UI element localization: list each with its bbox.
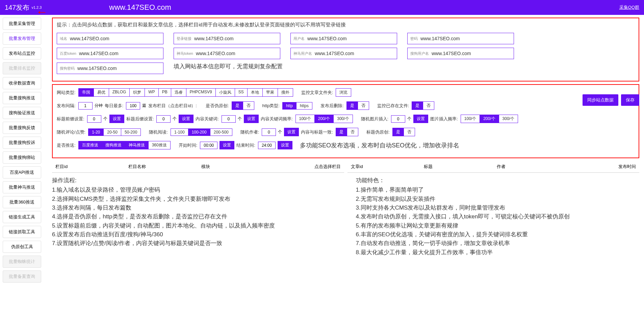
options-box: 网站类型: 帝国易优ZBLOG织梦WPPB迅睿PHPCMSV9小旋风SS本地苹果… <box>52 84 639 158</box>
field-1-3[interactable]: 搜狗用户名www.147SEO.com <box>407 48 514 59</box>
sidebar-item-8[interactable]: 批量搜狗投诉 <box>3 137 41 149</box>
sidebar-item-6[interactable]: 搜狗验证推送 <box>3 107 41 119</box>
delete-toggle[interactable]: 是否 <box>346 101 369 110</box>
feature-note: 多功能SEO发布选项，发布时自动SEO优化，增加收录排名 <box>300 141 459 149</box>
author-set[interactable]: 设置 <box>284 128 299 136</box>
img-freq[interactable]: 100/个200/个300/个 <box>461 115 518 123</box>
sidebar-item-15[interactable]: 伪原创工具 <box>3 241 41 253</box>
start-time[interactable] <box>200 142 217 149</box>
sidebar-item-12[interactable]: 批量360推送 <box>3 196 41 208</box>
title-fake-toggle[interactable]: 是否 <box>392 128 415 136</box>
action-buttons: 同步站点数据 保存 <box>583 94 639 106</box>
sidebar-item-14[interactable]: 链接抓取工具 <box>3 226 41 238</box>
hint-text: 提示：点击同步站点数据，获取栏目和最新文章信息，选择栏目id用于自动发布,未修改… <box>57 22 635 28</box>
daily-input[interactable] <box>126 102 140 110</box>
field-0-3[interactable]: 密码www.147SEO.com <box>407 33 514 44</box>
end-set[interactable]: 设置 <box>278 141 292 149</box>
sidebar-item-9[interactable]: 批量搜狗绑站 <box>3 151 41 164</box>
sidebar-item-3: 批量排名监控 <box>3 62 41 74</box>
field-2-0[interactable]: 搜狗密码www.147SEO.com <box>57 63 163 74</box>
comment-range[interactable]: 1-2020-5050-200 <box>88 128 141 136</box>
field-1-1[interactable]: 神马tokenwww.147SEO.com <box>174 48 280 59</box>
sidebar-item-7[interactable]: 批量搜狗反馈 <box>3 122 41 134</box>
sidebar-item-1[interactable]: 批量发布管理 <box>3 32 41 45</box>
main-content: ← 提示：点击同步站点数据，获取栏目和最新文章信息，选择栏目id用于自动发布,未… <box>44 15 644 288</box>
field-1-2[interactable]: 神马用户名www.147SEO.com <box>290 48 397 59</box>
sidebar: 批量采集管理批量发布管理发布站点监控批量排名监控收录数据查询批量搜狗推送搜狗验证… <box>0 15 44 288</box>
sidebar-item-13[interactable]: 链接生成工具 <box>3 211 41 223</box>
sidebar-item-10[interactable]: 百度API推送 <box>3 166 41 178</box>
sidebar-item-17: 批量备案查询 <box>3 270 41 283</box>
basic-info-box: 提示：点击同步站点数据，获取栏目和最新文章信息，选择栏目id用于自动发布,未修改… <box>52 18 639 81</box>
save-button[interactable]: 保存 <box>621 94 639 106</box>
interval-input[interactable] <box>78 102 93 110</box>
prefix-set[interactable]: 设置 <box>109 115 124 123</box>
suffix-set[interactable]: 设置 <box>179 115 194 123</box>
site-type-selector[interactable]: 帝国易优ZBLOG织梦WPPB迅睿PHPCMSV9小旋风SS本地苹果搜外 <box>78 88 293 97</box>
field-0-1[interactable]: 登录链接www.147SEO.com <box>174 33 280 44</box>
app-header: 147发布 v1.2.3 www.147SEO.com 采集QQ群 <box>0 0 644 15</box>
http-toggle[interactable]: httphttps <box>282 102 312 110</box>
suffix-input[interactable] <box>156 115 171 123</box>
sidebar-item-16: 批量蜘蛛统计 <box>3 256 41 268</box>
workflow-desc: 操作流程: 1.输入域名以及登录路径，管理员账户密码2.选择网站CMS类型，选择… <box>52 176 336 257</box>
author-input[interactable] <box>262 128 276 136</box>
sidebar-item-5[interactable]: 批量搜狗推送 <box>3 92 41 104</box>
read-range[interactable]: 1-100100-200200-500 <box>171 128 232 136</box>
browse-folder[interactable]: 浏览 <box>336 88 351 97</box>
basic-note: 填入网站基本信息即可，无需规则复杂配置 <box>174 63 283 74</box>
exist-toggle[interactable]: 是否 <box>412 101 434 110</box>
site-type-label: 网站类型: <box>57 90 76 96</box>
monitor-folder-label: 监控文章文件夹: <box>301 90 333 96</box>
sidebar-item-4[interactable]: 收录数据查询 <box>3 77 41 89</box>
field-0-0[interactable]: 域名www.147SEO.com <box>57 33 163 44</box>
column-table-head: 栏目id栏目名称模块点击选择栏目 <box>52 161 344 173</box>
img-input[interactable] <box>391 115 405 123</box>
prefix-input[interactable] <box>87 115 101 123</box>
sync-button[interactable]: 同步站点数据 <box>583 94 618 106</box>
kw-input[interactable] <box>222 115 236 123</box>
site-url: www.147SEO.com <box>109 3 619 12</box>
feature-desc: 功能特色： 1.操作简单，界面简单明了2.无需写发布规则以及安装插件3.同时支持… <box>356 176 640 257</box>
article-table-head: 文章id标题作者发布时间 <box>347 161 640 173</box>
tables: 栏目id栏目名称模块点击选择栏目 文章id标题作者发布时间 <box>52 161 639 173</box>
field-1-0[interactable]: 百度tokenwww.147SEO.com <box>57 48 163 59</box>
fake-toggle[interactable]: 是否 <box>232 101 254 110</box>
qq-group-link[interactable]: 采集QQ群 <box>619 4 639 10</box>
img-set[interactable]: 设置 <box>413 115 428 123</box>
sidebar-item-11[interactable]: 批量神马推送 <box>3 181 41 193</box>
end-time[interactable] <box>258 142 276 149</box>
app-title: 147发布 <box>5 3 29 12</box>
sidebar-item-2[interactable]: 发布站点监控 <box>3 47 41 59</box>
start-set[interactable]: 设置 <box>220 141 234 149</box>
match-toggle[interactable]: 是否 <box>336 128 358 136</box>
kw-freq[interactable]: 100/个200/个300/个 <box>295 115 353 123</box>
kw-set[interactable]: 设置 <box>244 115 259 123</box>
field-0-2[interactable]: 用户名www.147SEO.com <box>290 33 397 44</box>
push-selector[interactable]: 百度推送搜狗推送神马推送360推送 <box>78 141 171 149</box>
arrow-annotation: ← <box>36 5 48 19</box>
sidebar-item-0[interactable]: 批量采集管理 <box>3 18 41 30</box>
